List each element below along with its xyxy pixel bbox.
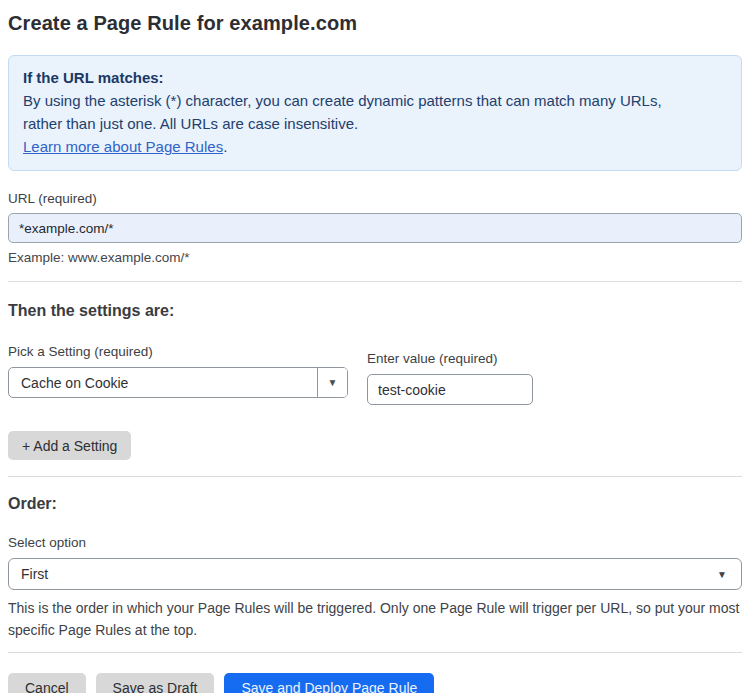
setting-picker-selected-value: Cache on Cookie [9, 368, 317, 397]
cancel-button[interactable]: Cancel [8, 673, 86, 693]
chevron-down-icon[interactable]: ▼ [317, 368, 347, 397]
save-as-draft-button[interactable]: Save as Draft [96, 673, 215, 693]
settings-section-heading: Then the settings are: [8, 302, 742, 320]
setting-picker-label: Pick a Setting (required) [8, 344, 348, 359]
divider [8, 652, 742, 653]
info-box-body-line-1: By using the asterisk (*) character, you… [23, 89, 727, 112]
divider [8, 281, 742, 282]
info-box-heading: If the URL matches: [23, 66, 727, 89]
setting-picker-dropdown[interactable]: Cache on Cookie ▼ [8, 367, 348, 398]
url-field-label: URL (required) [8, 191, 742, 206]
url-example-text: Example: www.example.com/* [8, 250, 742, 265]
page-rule-form: Create a Page Rule for example.com If th… [0, 0, 750, 693]
chevron-down-icon: ▼ [717, 569, 727, 580]
page-title: Create a Page Rule for example.com [8, 12, 742, 35]
order-section-heading: Order: [8, 495, 742, 513]
setting-value-label: Enter value (required) [367, 351, 533, 366]
order-description-text: This is the order in which your Page Rul… [8, 597, 742, 641]
info-box-link-line: Learn more about Page Rules. [23, 135, 727, 158]
url-input[interactable] [8, 213, 742, 243]
divider [8, 476, 742, 477]
link-suffix: . [223, 138, 227, 155]
learn-more-link[interactable]: Learn more about Page Rules [23, 138, 223, 155]
setting-value-group: Enter value (required) [367, 351, 533, 405]
url-match-info-box: If the URL matches: By using the asteris… [8, 55, 742, 171]
footer-actions: Cancel Save as Draft Save and Deploy Pag… [8, 673, 742, 693]
order-select-dropdown[interactable]: First ▼ [8, 558, 742, 590]
setting-value-input[interactable] [367, 374, 533, 405]
info-box-body-line-2: rather than just one. All URLs are case … [23, 112, 727, 135]
order-selected-value: First [21, 566, 48, 582]
settings-row: Pick a Setting (required) Cache on Cooki… [8, 344, 742, 405]
add-setting-button[interactable]: + Add a Setting [8, 431, 131, 460]
save-and-deploy-button[interactable]: Save and Deploy Page Rule [224, 673, 434, 693]
setting-picker-group: Pick a Setting (required) Cache on Cooki… [8, 344, 348, 398]
order-select-label: Select option [8, 535, 742, 550]
